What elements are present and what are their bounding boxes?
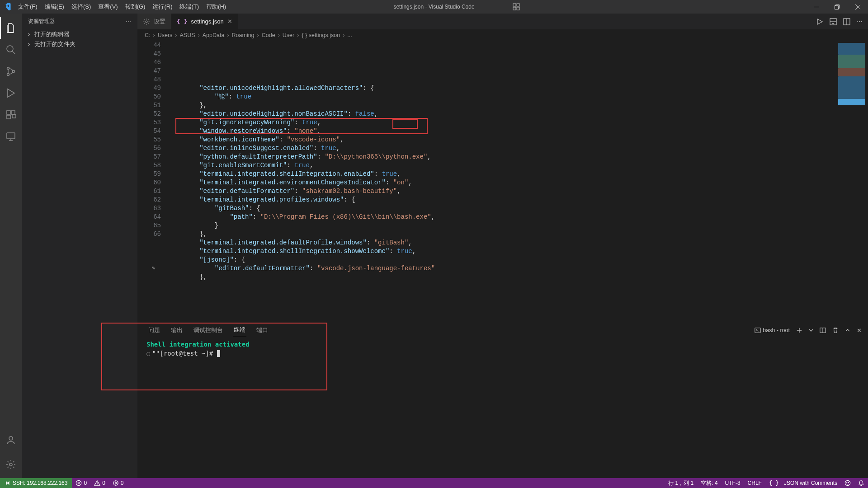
panel-tab[interactable]: 终端 — [233, 324, 246, 336]
code-line[interactable]: "git.ignoreLegacyWarning": true, — [169, 118, 827, 127]
terminal-dropdown-icon[interactable] — [809, 328, 813, 333]
svg-rect-10 — [7, 111, 10, 114]
problems-errors[interactable]: 0 — [72, 480, 90, 486]
extensions-icon[interactable] — [0, 104, 22, 126]
terminal-prompt-line[interactable]: ○""[root@test ~]# — [146, 349, 859, 357]
menu-item[interactable]: 文件(F) — [14, 0, 41, 14]
breadcrumbs[interactable]: C:›Users›ASUS›AppData›Roaming›Code›User›… — [137, 29, 868, 41]
encoding[interactable]: UTF-8 — [722, 479, 744, 487]
menu-item[interactable]: 查看(V) — [94, 0, 121, 14]
code-area[interactable]: "editor.unicodeHighlight.allowedCharacte… — [169, 41, 827, 323]
terminal[interactable]: Shell integration activated ○""[root@tes… — [137, 338, 868, 478]
source-control-icon[interactable] — [0, 61, 22, 82]
language-mode[interactable]: { } JSON with Comments — [765, 479, 841, 487]
eol[interactable]: CRLF — [744, 479, 765, 487]
explorer-icon[interactable] — [0, 17, 22, 39]
code-line[interactable]: "path": "D:\\Program Files (x86)\\Git\\b… — [169, 213, 827, 221]
code-line[interactable]: "terminal.integrated.defaultProfile.wind… — [169, 239, 827, 247]
breadcrumb-item[interactable]: C: — [145, 32, 151, 38]
ports[interactable]: 0 — [109, 480, 127, 486]
split-right-icon[interactable] — [843, 18, 850, 25]
no-folder-label: 无打开的文件夹 — [34, 39, 75, 49]
run-icon[interactable] — [816, 18, 823, 25]
panel-tab[interactable]: 调试控制台 — [193, 325, 224, 336]
breadcrumb-item[interactable]: Users — [158, 32, 173, 38]
code-line[interactable]: "git.enableSmartCommit": true, — [169, 161, 827, 170]
no-folder-section[interactable]: › 无打开的文件夹 — [22, 39, 137, 49]
gear-icon — [143, 18, 150, 25]
tab-label: 设置 — [154, 18, 165, 26]
indentation[interactable]: 空格: 4 — [697, 479, 721, 487]
breadcrumb-item[interactable]: Code — [262, 32, 275, 38]
breadcrumb-item[interactable]: { } settings.json — [302, 32, 340, 38]
split-terminal-icon[interactable] — [820, 327, 826, 333]
breadcrumb-item[interactable]: AppData — [203, 32, 225, 38]
code-line[interactable]: "gitBash": { — [169, 204, 827, 213]
panel-maximize-icon[interactable] — [845, 328, 850, 333]
code-line[interactable]: "terminal.integrated.profiles.windows": … — [169, 196, 827, 204]
panel-tab[interactable]: 输出 — [170, 325, 184, 336]
feedback-icon[interactable] — [841, 479, 854, 487]
trash-icon[interactable] — [832, 327, 839, 333]
breadcrumb-item[interactable]: User — [283, 32, 294, 38]
menu-item[interactable]: 帮助(H) — [203, 0, 230, 14]
svg-rect-1 — [517, 4, 519, 6]
terminal-profile-icon[interactable]: bash - root — [755, 327, 790, 333]
notifications-icon[interactable] — [854, 479, 868, 487]
settings-gear-icon[interactable] — [0, 454, 22, 475]
remote-explorer-icon[interactable] — [0, 126, 22, 147]
code-line[interactable]: "[jsonc]": { — [169, 256, 827, 264]
remote-indicator[interactable]: SSH: 192.168.222.163 — [0, 478, 72, 488]
more-actions-icon[interactable]: ⋯ — [126, 19, 131, 25]
panel-tab[interactable]: 端口 — [255, 325, 269, 336]
edit-pencil-icon[interactable]: ✎ — [152, 264, 155, 273]
breadcrumb-item[interactable]: Roaming — [232, 32, 255, 38]
menu-item[interactable]: 运行(R) — [149, 0, 176, 14]
code-line[interactable]: "editor.unicodeHighlight.allowedCharacte… — [169, 84, 827, 93]
code-line[interactable]: } — [169, 221, 827, 230]
code-line[interactable]: "terminal.integrated.environmentChangesI… — [169, 178, 827, 187]
breadcrumb-item[interactable]: ... — [347, 32, 352, 38]
problems-warnings[interactable]: 0 — [90, 480, 109, 486]
run-debug-icon[interactable] — [0, 82, 22, 104]
panel-close-icon[interactable]: ✕ — [857, 327, 862, 334]
split-down-icon[interactable] — [830, 18, 837, 25]
code-line[interactable]: "terminal.integrated.shellIntegration.sh… — [169, 247, 827, 256]
minimap[interactable] — [827, 41, 868, 323]
new-terminal-plus-icon[interactable] — [796, 327, 802, 333]
cursor-position[interactable]: 行 1，列 1 — [665, 479, 697, 487]
menu-item[interactable]: 终端(T) — [176, 0, 203, 14]
close-button[interactable] — [847, 0, 868, 14]
minimize-button[interactable] — [806, 0, 826, 14]
close-icon[interactable]: ✕ — [227, 18, 232, 25]
code-line[interactable]: "window.restoreWindows": "none", — [169, 127, 827, 136]
more-icon[interactable]: ⋯ — [857, 18, 863, 25]
code-line[interactable]: "editor.inlineSuggest.enabled": true, — [169, 144, 827, 153]
code-editor[interactable]: 4445464748495051525354555657585960616263… — [137, 41, 868, 323]
code-line[interactable]: "editor.unicodeHighlight.nonBasicASCII":… — [169, 110, 827, 118]
code-line[interactable]: "python.defaultInterpreterPath": "D:\\py… — [169, 153, 827, 161]
panel-tab[interactable]: 问题 — [147, 325, 161, 336]
menu-item[interactable]: 编辑(E) — [41, 0, 68, 14]
breadcrumb-item[interactable]: ASUS — [180, 32, 195, 38]
code-line[interactable]: "editor.defaultFormatter": "shakram02.ba… — [169, 187, 827, 196]
svg-rect-11 — [11, 111, 15, 114]
tab-settings-ui[interactable]: 设置 — [137, 14, 171, 29]
tab-settings-json[interactable]: { } settings.json ✕ — [171, 14, 238, 29]
code-line[interactable]: "能": true — [169, 93, 827, 101]
open-editors-section[interactable]: › 打开的编辑器 — [22, 29, 137, 39]
code-line[interactable]: "terminal.integrated.shellIntegration.en… — [169, 170, 827, 178]
layout-customize-icon[interactable] — [508, 3, 524, 10]
code-line[interactable]: }, — [169, 101, 827, 110]
code-line[interactable]: ✎ "editor.defaultFormatter": "vscode.jso… — [169, 264, 827, 273]
account-icon[interactable] — [0, 429, 22, 451]
search-icon[interactable] — [0, 39, 22, 61]
menubar: 文件(F)编辑(E)选择(S)查看(V)转到(G)运行(R)终端(T)帮助(H) — [14, 0, 230, 14]
code-line[interactable]: }, — [169, 273, 827, 282]
menu-item[interactable]: 转到(G) — [122, 0, 149, 14]
code-line[interactable]: }, — [169, 230, 827, 239]
maximize-button[interactable] — [826, 0, 847, 14]
svg-rect-14 — [7, 133, 15, 139]
code-line[interactable]: "workbench.iconTheme": "vscode-icons", — [169, 136, 827, 144]
menu-item[interactable]: 选择(S) — [68, 0, 94, 14]
